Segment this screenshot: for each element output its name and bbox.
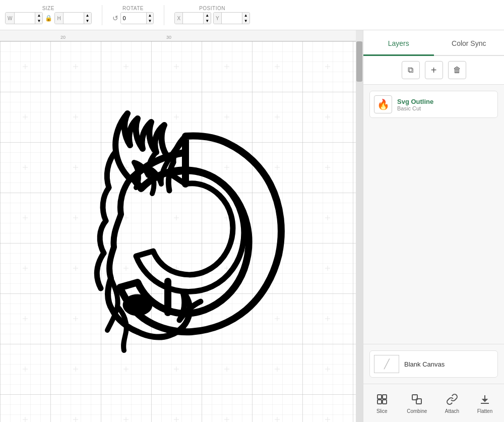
height-input-wrapper: H ▲ ▼: [54, 12, 91, 24]
panel-content: 🔥 Svg Outline Basic Cut: [363, 85, 504, 344]
y-up-btn[interactable]: ▲: [242, 13, 249, 18]
layer-type: Basic Cut: [397, 105, 493, 111]
x-stepper: ▲ ▼: [203, 13, 211, 24]
layer-thumbnail: 🔥: [374, 95, 392, 113]
slice-button[interactable]: Slice: [370, 389, 394, 417]
layer-item[interactable]: 🔥 Svg Outline Basic Cut: [369, 91, 498, 118]
scrollbar-vertical[interactable]: [356, 41, 363, 422]
rotate-input[interactable]: [121, 13, 146, 24]
toolbar: Size W ▲ ▼ 🔒 H ▲ ▼ Rotate: [0, 0, 504, 30]
rotate-up-btn[interactable]: ▲: [147, 13, 154, 18]
divider-2: [164, 5, 164, 25]
combine-button[interactable]: Combine: [402, 389, 432, 417]
layer-thumb-icon: 🔥: [377, 98, 390, 110]
h-label: H: [55, 13, 63, 24]
layer-name: Svg Outline: [397, 98, 493, 105]
x-down-btn[interactable]: ▼: [204, 18, 211, 24]
y-input[interactable]: [222, 13, 242, 24]
slice-label: Slice: [376, 408, 388, 414]
copy-icon: ⧉: [408, 66, 413, 75]
tab-colorsync-label: Color Sync: [452, 39, 486, 47]
position-inputs: X ▲ ▼ Y ▲ ▼: [174, 12, 249, 24]
add-icon: +: [431, 65, 437, 76]
panel-toolbar: ⧉ + 🗑: [363, 56, 504, 85]
y-input-wrapper: Y ▲ ▼: [213, 12, 250, 24]
flatten-button[interactable]: Flatten: [472, 389, 498, 417]
ruler-mark-30: 30: [166, 35, 171, 40]
panel-tabs: Layers Color Sync: [363, 30, 504, 56]
x-label: X: [175, 13, 183, 24]
blank-canvas-item[interactable]: Blank Canvas: [369, 350, 498, 378]
width-down-btn[interactable]: ▼: [35, 18, 42, 24]
lock-icon: 🔒: [45, 15, 52, 22]
x-input[interactable]: [183, 13, 203, 24]
canvas-area[interactable]: 20 30: [0, 30, 363, 422]
blank-canvas-thumbnail: [374, 355, 399, 373]
scrollbar-thumb[interactable]: [356, 41, 362, 82]
delete-layer-button[interactable]: 🗑: [448, 61, 466, 79]
y-stepper: ▲ ▼: [242, 13, 249, 24]
svg-rect-1: [377, 395, 382, 399]
rotate-group: Rotate ↺ ▲ ▼: [112, 6, 154, 24]
rotate-down-btn[interactable]: ▼: [147, 18, 154, 24]
height-stepper: ▲ ▼: [84, 13, 91, 24]
attach-button[interactable]: Attach: [440, 389, 464, 417]
rotate-label: Rotate: [122, 6, 144, 11]
height-up-btn[interactable]: ▲: [84, 13, 91, 18]
width-up-btn[interactable]: ▲: [35, 13, 42, 18]
rotate-icon[interactable]: ↺: [112, 14, 118, 22]
panel-footer: Blank Canvas: [363, 344, 504, 384]
rotate-stepper: ▲ ▼: [146, 13, 154, 24]
main-area: 20 30: [0, 30, 504, 422]
y-label: Y: [214, 13, 222, 24]
add-layer-button[interactable]: +: [425, 61, 443, 79]
panel-actions: Slice Combine Attach: [363, 384, 504, 422]
combine-label: Combine: [407, 408, 427, 414]
svg-rect-3: [377, 400, 382, 404]
x-up-btn[interactable]: ▲: [204, 13, 211, 18]
x-input-wrapper: X ▲ ▼: [174, 12, 211, 24]
width-stepper: ▲ ▼: [35, 13, 42, 24]
tab-colorsync[interactable]: Color Sync: [434, 30, 505, 56]
height-input[interactable]: [64, 13, 84, 24]
tab-layers-label: Layers: [388, 39, 409, 47]
position-group: Position X ▲ ▼ Y ▲ ▼: [174, 6, 249, 24]
attach-icon: [445, 392, 459, 406]
layer-info: Svg Outline Basic Cut: [397, 98, 493, 111]
svg-rect-2: [383, 395, 387, 399]
size-group: Size W ▲ ▼ 🔒 H ▲ ▼: [5, 6, 92, 24]
flatten-icon: [478, 392, 492, 406]
right-panel: Layers Color Sync ⧉ + 🗑 🔥: [363, 30, 504, 422]
w-label: W: [6, 13, 15, 24]
trash-icon: 🗑: [453, 66, 461, 75]
size-inputs: W ▲ ▼ 🔒 H ▲ ▼: [5, 12, 92, 24]
height-down-btn[interactable]: ▼: [84, 18, 91, 24]
canvas-content[interactable]: [0, 41, 356, 422]
blank-canvas-label: Blank Canvas: [404, 360, 445, 368]
y-down-btn[interactable]: ▼: [242, 18, 249, 24]
rotate-input-wrapper: ▲ ▼: [120, 12, 154, 24]
position-label: Position: [199, 6, 225, 11]
combine-icon: [410, 392, 424, 406]
size-label: Size: [42, 6, 54, 11]
copy-layer-button[interactable]: ⧉: [402, 61, 420, 79]
ruler-top: 20 30: [0, 30, 356, 41]
ruler-mark-20: 20: [60, 35, 66, 40]
svg-artwork[interactable]: [29, 96, 291, 368]
attach-label: Attach: [445, 408, 459, 414]
tab-layers[interactable]: Layers: [363, 30, 434, 56]
svg-point-0: [123, 295, 152, 315]
slice-icon: [375, 392, 389, 406]
rotate-inputs: ↺ ▲ ▼: [112, 12, 154, 24]
width-input[interactable]: [15, 13, 35, 24]
flatten-label: Flatten: [477, 408, 493, 414]
divider-1: [102, 5, 102, 25]
width-input-wrapper: W ▲ ▼: [5, 12, 43, 24]
svg-rect-4: [383, 400, 387, 404]
